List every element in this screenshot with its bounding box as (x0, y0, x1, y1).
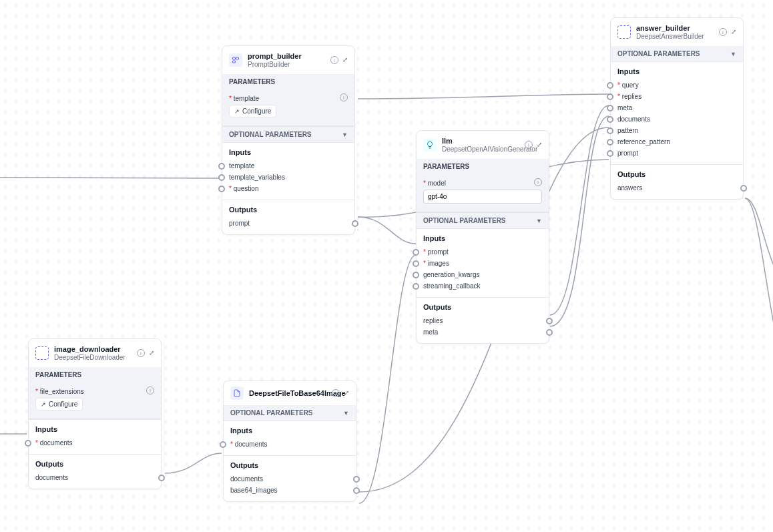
port-handle[interactable] (546, 318, 553, 324)
input-port[interactable]: images (423, 258, 542, 269)
input-port[interactable]: query (617, 79, 736, 91)
input-port[interactable]: prompt (617, 148, 736, 159)
output-port[interactable]: replies (423, 315, 542, 326)
node-llm[interactable]: llm DeepsetOpenAIVisionGenerator i ⤢ PAR… (416, 130, 549, 344)
input-port[interactable]: documents (230, 439, 349, 450)
optional-parameters-header[interactable]: OPTIONAL PARAMETERS ▼ (417, 212, 549, 228)
port-handle[interactable] (218, 163, 225, 170)
info-icon[interactable]: i (525, 141, 533, 149)
node-header[interactable]: answer_builder DeepsetAnswerBuilder i ⤢ (611, 18, 743, 46)
port-handle[interactable] (218, 174, 225, 181)
node-answer-builder[interactable]: answer_builder DeepsetAnswerBuilder i ⤢ … (610, 17, 744, 200)
node-header[interactable]: prompt_builder PromptBuilder i ⤢ (222, 46, 354, 74)
parameters-header[interactable]: PARAMETERS (417, 159, 549, 174)
expand-icon[interactable]: ⤢ (537, 141, 542, 149)
parameters-header[interactable]: PARAMETERS (222, 74, 354, 89)
info-icon[interactable]: i (719, 28, 727, 36)
port-handle[interactable] (413, 283, 419, 290)
bracket-icon (617, 25, 631, 39)
port-handle[interactable] (413, 260, 419, 267)
inputs-section: Inputs documents (224, 421, 356, 455)
output-port[interactable]: meta (423, 326, 542, 338)
port-handle[interactable] (607, 116, 613, 123)
port-handle[interactable] (413, 272, 419, 278)
node-header[interactable]: DeepsetFileToBase64Image i ⤢ (224, 381, 356, 405)
port-handle[interactable] (352, 220, 358, 227)
input-port[interactable]: prompt (423, 246, 542, 258)
port-handle[interactable] (546, 329, 553, 336)
input-port[interactable]: meta (617, 102, 736, 113)
info-icon[interactable]: i (146, 386, 154, 394)
port-handle[interactable] (607, 150, 613, 157)
optional-parameters-header[interactable]: OPTIONAL PARAMETERS ▼ (611, 46, 743, 61)
output-port[interactable]: prompt (229, 218, 348, 229)
port-handle[interactable] (158, 475, 165, 481)
info-icon[interactable]: i (330, 56, 338, 64)
expand-icon[interactable]: ⤢ (344, 389, 349, 397)
parameters-body: model i (417, 174, 549, 212)
output-port[interactable]: documents (230, 473, 349, 485)
outputs-section: Outputs prompt (222, 200, 354, 234)
bulb-icon (423, 138, 437, 152)
node-image-downloader[interactable]: image_downloader DeepsetFileDownloader i… (28, 338, 162, 489)
info-icon[interactable]: i (340, 93, 348, 101)
output-port[interactable]: documents (35, 472, 154, 483)
port-handle[interactable] (607, 105, 613, 111)
model-input[interactable] (423, 190, 542, 204)
parameters-body: file_extensions i ↗ Configure (29, 382, 161, 419)
port-handle[interactable] (607, 93, 613, 100)
file-icon (230, 386, 244, 400)
expand-icon[interactable]: ⤢ (342, 56, 348, 64)
parameters-header[interactable]: PARAMETERS (29, 367, 161, 382)
port-handle[interactable] (218, 186, 225, 192)
optional-parameters-header[interactable]: OPTIONAL PARAMETERS ▼ (224, 405, 356, 421)
outputs-section: Outputs answers (611, 165, 743, 199)
outputs-header: Outputs (229, 206, 348, 214)
node-prompt-builder[interactable]: prompt_builder PromptBuilder i ⤢ PARAMET… (222, 45, 355, 235)
node-file-to-base64[interactable]: DeepsetFileToBase64Image i ⤢ OPTIONAL PA… (223, 380, 356, 502)
expand-icon[interactable]: ⤢ (149, 349, 154, 357)
port-handle[interactable] (607, 82, 613, 89)
output-port[interactable]: answers (617, 182, 736, 194)
port-handle[interactable] (220, 441, 226, 448)
input-port[interactable]: replies (617, 91, 736, 102)
info-icon[interactable]: i (137, 349, 145, 357)
input-port[interactable]: question (229, 183, 348, 194)
node-header[interactable]: image_downloader DeepsetFileDownloader i… (29, 339, 161, 367)
port-handle[interactable] (607, 139, 613, 146)
outputs-section: Outputs documents (29, 455, 161, 489)
outputs-section: Outputs replies meta (417, 298, 549, 343)
info-icon[interactable]: i (534, 178, 542, 186)
inputs-section: Inputs template template_variables quest… (222, 143, 354, 200)
node-subtitle: PromptBuilder (248, 61, 325, 69)
node-subtitle: DeepsetOpenAIVisionGenerator (442, 146, 519, 154)
input-port[interactable]: generation_kwargs (423, 269, 542, 280)
port-handle[interactable] (607, 127, 613, 134)
input-port[interactable]: template (229, 160, 348, 172)
input-port[interactable]: documents (35, 437, 154, 449)
optional-parameters-header[interactable]: OPTIONAL PARAMETERS ▼ (222, 126, 354, 142)
port-handle[interactable] (25, 440, 31, 447)
external-icon: ↗ (234, 108, 240, 115)
input-port[interactable]: reference_pattern (617, 136, 736, 148)
info-icon[interactable]: i (332, 389, 340, 397)
port-handle[interactable] (353, 476, 360, 483)
node-title: DeepsetFileToBase64Image (249, 388, 326, 398)
node-title: image_downloader (54, 344, 132, 354)
node-header[interactable]: llm DeepsetOpenAIVisionGenerator i ⤢ (417, 131, 549, 159)
port-handle[interactable] (740, 185, 747, 192)
configure-button[interactable]: ↗ Configure (35, 398, 83, 411)
inputs-header: Inputs (35, 425, 154, 433)
port-handle[interactable] (353, 487, 360, 494)
outputs-header: Outputs (617, 170, 736, 178)
input-port[interactable]: streaming_callback (423, 280, 542, 292)
node-title: prompt_builder (248, 51, 325, 61)
input-port[interactable]: pattern (617, 125, 736, 136)
configure-button[interactable]: ↗ Configure (229, 105, 276, 117)
input-port[interactable]: documents (617, 113, 736, 125)
port-handle[interactable] (413, 249, 419, 256)
input-port[interactable]: template_variables (229, 172, 348, 183)
prompt-icon (229, 53, 242, 67)
expand-icon[interactable]: ⤢ (731, 28, 736, 36)
output-port[interactable]: base64_images (230, 485, 349, 496)
